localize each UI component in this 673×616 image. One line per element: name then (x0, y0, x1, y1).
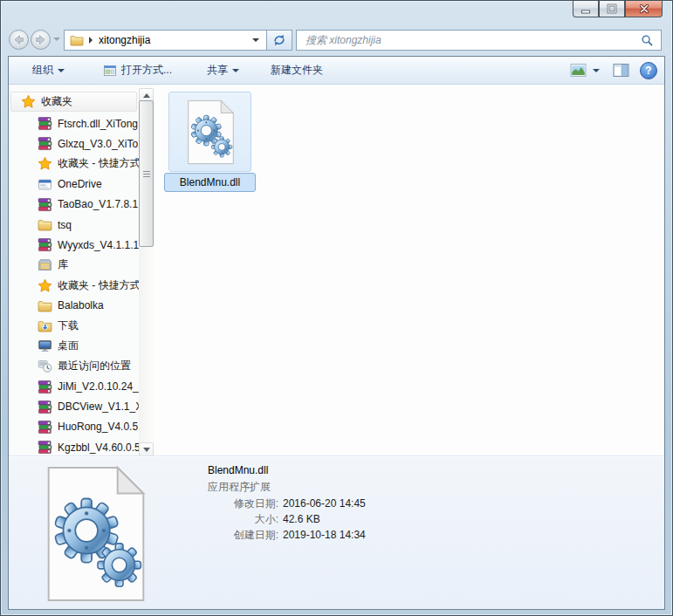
details-file-type: 应用程序扩展 (208, 480, 271, 495)
forward-arrow-icon (33, 32, 48, 47)
details-row-modified: 修改日期: 2016-06-20 14:45 (175, 496, 366, 511)
sidebar-item-libraries[interactable]: 库 (9, 255, 155, 275)
field-label: 创建日期: (175, 527, 278, 543)
back-button[interactable] (9, 30, 29, 50)
sidebar-item-label: HuoRong_V4.0.5 (58, 421, 138, 433)
open-with-button[interactable]: 打开方式... (95, 59, 180, 81)
folder-body: 收藏夹 Ftsrch.dll_XiTong Glxzq_V3.0_XiTo 收藏… (9, 85, 664, 456)
breadcrumb-arrow-icon[interactable] (89, 37, 93, 44)
rar-archive-icon (38, 380, 52, 394)
search-icon[interactable] (641, 34, 654, 47)
field-value: 2019-10-18 14:34 (283, 527, 366, 543)
recent-pages-dropdown[interactable] (53, 38, 60, 41)
star-icon (38, 156, 52, 171)
help-icon: ? (645, 65, 651, 77)
sidebar-item-label: 收藏夹 - 快捷方式 (58, 278, 141, 293)
onedrive-icon (38, 177, 52, 192)
close-icon (638, 3, 650, 15)
thumb-grip (143, 176, 150, 177)
file-name-label[interactable]: BlendMnu.dll (164, 173, 256, 192)
organize-button[interactable]: 组织 (24, 59, 72, 81)
share-button[interactable]: 共享 (199, 59, 247, 81)
file-tile-blendmnu[interactable]: BlendMnu.dll (164, 92, 256, 192)
thumb-grip (143, 171, 150, 172)
sidebar-scrollbar[interactable] (139, 88, 154, 456)
sidebar-item-ftsrch[interactable]: Ftsrch.dll_XiTong (9, 113, 155, 133)
organize-label: 组织 (32, 63, 53, 78)
new-folder-button[interactable]: 新建文件夹 (263, 59, 331, 81)
recent-places-icon (38, 359, 52, 373)
star-icon (21, 94, 36, 109)
sidebar-item-recent-places[interactable]: 最近访问的位置 (9, 356, 155, 376)
open-with-label: 打开方式... (121, 63, 172, 78)
sidebar-item-wyyxds[interactable]: Wyyxds_V4.1.1.1 (9, 235, 155, 255)
forward-button[interactable] (31, 30, 51, 50)
open-with-icon (103, 64, 117, 78)
rar-archive-icon (38, 440, 52, 455)
refresh-icon (272, 33, 286, 47)
details-file-name: BlendMnu.dll (208, 464, 268, 476)
sidebar-item-label: 最近访问的位置 (58, 359, 131, 373)
minimize-button[interactable] (573, 1, 599, 17)
address-bar[interactable]: xitongzhijia (64, 30, 267, 51)
sidebar-item-huorong[interactable]: HuoRong_V4.0.5 (9, 417, 155, 437)
sidebar-item-tsq[interactable]: tsq (9, 215, 155, 235)
minimize-icon (580, 3, 592, 15)
rar-archive-icon (38, 116, 52, 131)
rar-archive-icon (38, 237, 52, 252)
details-pane: BlendMnu.dll 应用程序扩展 修改日期: 2016-06-20 14:… (9, 455, 664, 609)
back-arrow-icon (11, 32, 26, 47)
dll-file-icon (182, 99, 238, 165)
rar-archive-icon (38, 420, 52, 435)
thumb-grip (143, 174, 150, 175)
sidebar-item-label: Glxzq_V3.0_XiTo (58, 138, 138, 150)
field-value: 2016-06-20 14:45 (283, 496, 366, 511)
refresh-button[interactable] (266, 30, 292, 51)
sidebar-item-label: Wyyxds_V4.1.1.1 (58, 239, 139, 251)
sidebar-item-label: 库 (58, 257, 68, 272)
close-button[interactable] (625, 1, 663, 17)
sidebar-item-label: Balabolka (58, 299, 104, 311)
command-toolbar: 组织 打开方式... 共享 新建文件夹 (9, 57, 664, 85)
sidebar-item-taobao[interactable]: TaoBao_V1.7.8.1 (9, 195, 155, 215)
navigation-pane: 收藏夹 Ftsrch.dll_XiTong Glxzq_V3.0_XiTo 收藏… (9, 85, 155, 456)
file-icon-selection[interactable] (168, 92, 251, 172)
window-controls (573, 1, 663, 17)
search-input[interactable] (304, 33, 641, 47)
file-list-area[interactable]: BlendMnu.dll (155, 85, 664, 456)
sidebar-item-favorites[interactable]: 收藏夹 (10, 92, 137, 112)
help-button[interactable]: ? (640, 62, 657, 79)
change-view-button[interactable] (567, 59, 602, 81)
sidebar-item-desktop[interactable]: 桌面 (9, 336, 155, 356)
sidebar-item-favorites-shortcut[interactable]: 收藏夹 - 快捷方式 (9, 154, 155, 174)
address-dropdown-icon[interactable] (252, 38, 259, 42)
sidebar-item-label: 收藏夹 - 快捷方式 (58, 156, 141, 171)
sidebar-item-label: 桌面 (58, 339, 79, 353)
details-fields: 修改日期: 2016-06-20 14:45 大小: 42.6 KB 创建日期:… (175, 496, 366, 543)
breadcrumb-folder[interactable]: xitongzhijia (99, 34, 150, 46)
views-caret-icon (593, 69, 600, 72)
sidebar-item-jimi[interactable]: JiMi_V2.0.10.24_ (9, 376, 155, 396)
folder-icon (70, 33, 84, 47)
scroll-down-button[interactable] (139, 442, 154, 456)
preview-pane-icon (613, 63, 629, 78)
sidebar-item-dbcview[interactable]: DBCView_V1.1_X (9, 397, 155, 417)
scroll-down-icon (143, 448, 150, 452)
sidebar-item-balabolka[interactable]: Balabolka (9, 296, 155, 316)
rar-archive-icon (38, 136, 52, 151)
dll-file-large-icon (36, 465, 155, 603)
scrollbar-thumb[interactable] (139, 100, 154, 247)
preview-pane-button[interactable] (610, 59, 632, 81)
sidebar-item-kgzbbl[interactable]: Kgzbbl_V4.60.0.5 (9, 437, 155, 456)
sidebar-item-favorites-shortcut-2[interactable]: 收藏夹 - 快捷方式 (9, 276, 155, 296)
sidebar-item-downloads[interactable]: 下载 (9, 316, 155, 336)
sidebar-item-onedrive[interactable]: OneDrive (9, 175, 155, 195)
libraries-icon (38, 257, 52, 272)
sidebar-item-glxzq[interactable]: Glxzq_V3.0_XiTo (9, 133, 155, 154)
views-icon (570, 63, 587, 78)
sidebar-item-label: tsq (58, 219, 72, 231)
sidebar-item-label: JiMi_V2.0.10.24_ (58, 380, 139, 393)
maximize-button[interactable] (599, 1, 625, 17)
new-folder-label: 新建文件夹 (271, 63, 323, 78)
scroll-up-icon (143, 93, 150, 98)
